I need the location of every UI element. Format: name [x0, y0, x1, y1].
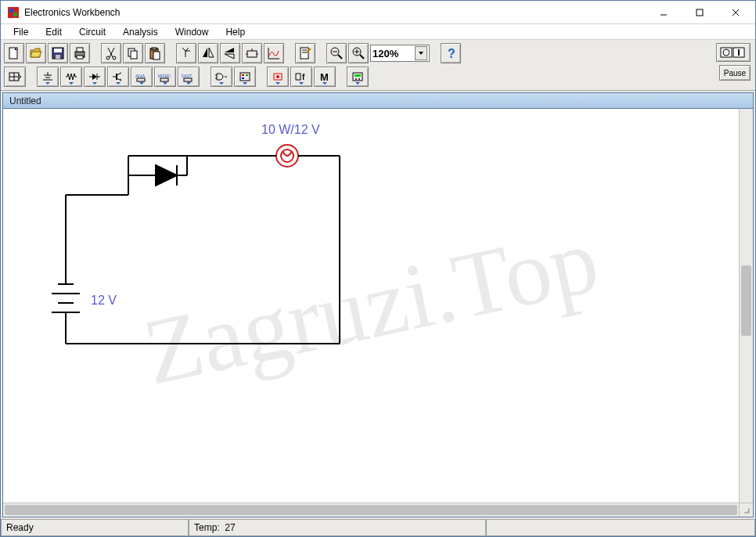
horizontal-scrollbar[interactable] — [3, 503, 739, 517]
svg-rect-69 — [355, 74, 361, 77]
svg-rect-17 — [131, 51, 137, 59]
menubar: File Edit Circuit Analysis Window Help — [1, 24, 755, 40]
analog-ics-button[interactable]: ANA — [131, 67, 153, 87]
menu-window[interactable]: Window — [167, 25, 217, 39]
open-button[interactable] — [26, 43, 46, 63]
svg-text:M: M — [320, 71, 329, 82]
workspace: Untitled Zagruzi.Top — [1, 91, 755, 519]
statusbar: Ready Temp: 27 — [1, 519, 755, 536]
svg-point-14 — [106, 56, 110, 59]
toolbar-row-1: 120% ? — [4, 41, 752, 65]
svg-rect-10 — [56, 55, 60, 59]
menu-edit[interactable]: Edit — [38, 25, 70, 39]
basic-button[interactable] — [60, 67, 82, 87]
close-button[interactable] — [718, 2, 754, 23]
app-window: Electronics Workbench File Edit Circuit … — [0, 0, 756, 537]
status-rest — [486, 520, 755, 536]
pause-button[interactable]: Pause — [719, 65, 751, 81]
svg-rect-21 — [247, 51, 257, 57]
svg-rect-65 — [296, 74, 301, 80]
vertical-scrollbar[interactable] — [739, 109, 753, 503]
rotate-button[interactable] — [176, 43, 196, 63]
titlebar: Electronics Workbench — [1, 1, 755, 24]
copy-button[interactable] — [123, 43, 143, 63]
svg-text:f: f — [302, 73, 305, 81]
svg-rect-13 — [77, 56, 83, 59]
flip-vertical-button[interactable] — [220, 43, 240, 63]
svg-point-71 — [358, 78, 360, 80]
lamp-label: 10 W/12 V — [261, 123, 320, 137]
battery-label: 12 V — [91, 294, 117, 308]
zoom-out-button[interactable] — [326, 43, 347, 63]
svg-line-32 — [360, 55, 364, 59]
toolbar-area: 120% ? ANA MIXED DIGIT f M — [1, 40, 755, 91]
parts-bin-button[interactable] — [4, 67, 26, 87]
svg-rect-4 — [697, 9, 703, 16]
menu-file[interactable]: File — [5, 25, 36, 39]
cut-button[interactable] — [101, 43, 121, 63]
power-switch[interactable] — [716, 43, 751, 62]
svg-text:?: ? — [448, 47, 455, 60]
graph-button[interactable] — [264, 43, 284, 63]
maximize-button[interactable] — [682, 2, 718, 23]
svg-rect-20 — [153, 52, 160, 59]
help-button[interactable]: ? — [441, 43, 461, 63]
svg-rect-19 — [152, 48, 157, 50]
chevron-down-icon — [415, 46, 427, 60]
digital-ics-button[interactable]: DIGIT — [178, 67, 200, 87]
svg-text:DIGIT: DIGIT — [182, 74, 192, 78]
menu-analysis[interactable]: Analysis — [115, 25, 166, 39]
svg-rect-61 — [246, 74, 248, 76]
app-icon — [7, 6, 20, 19]
horizontal-scrollbar-thumb[interactable] — [5, 505, 737, 515]
svg-rect-9 — [54, 49, 62, 52]
controls-button[interactable]: f — [290, 67, 312, 87]
properties-button[interactable] — [295, 43, 315, 63]
misc-button[interactable]: M — [314, 67, 336, 87]
svg-rect-59 — [240, 73, 250, 81]
scroll-corner — [739, 503, 753, 517]
svg-rect-1 — [9, 9, 13, 13]
minimize-button[interactable] — [646, 2, 682, 23]
vertical-scrollbar-thumb[interactable] — [741, 265, 751, 336]
svg-rect-60 — [242, 74, 244, 76]
digital-button[interactable] — [234, 67, 256, 87]
menu-circuit[interactable]: Circuit — [71, 25, 113, 39]
svg-rect-12 — [77, 48, 83, 52]
document-window: Untitled Zagruzi.Top — [2, 92, 754, 517]
window-title: Electronics Workbench — [24, 7, 121, 18]
instruments-button[interactable] — [347, 67, 369, 87]
mixed-ics-button[interactable]: MIXED — [154, 67, 176, 87]
menu-help[interactable]: Help — [218, 25, 253, 39]
svg-point-15 — [113, 56, 116, 59]
svg-rect-25 — [301, 48, 308, 59]
status-temp: Temp: 27 — [189, 520, 486, 536]
svg-text:ANA: ANA — [135, 74, 145, 78]
svg-point-70 — [355, 78, 357, 80]
toolbar-row-2: ANA MIXED DIGIT f M — [4, 65, 752, 88]
zoom-in-button[interactable] — [348, 43, 369, 63]
subcircuit-button[interactable] — [242, 43, 262, 63]
document-titlebar[interactable]: Untitled — [3, 93, 753, 109]
indicators-button[interactable] — [267, 67, 289, 87]
logic-gates-button[interactable] — [211, 67, 232, 87]
zoom-combo[interactable]: 120% — [370, 45, 430, 62]
print-button[interactable] — [70, 43, 90, 63]
new-button[interactable] — [4, 43, 24, 63]
pause-label: Pause — [724, 69, 746, 77]
flip-horizontal-button[interactable] — [198, 43, 218, 63]
transistors-button[interactable] — [107, 67, 129, 87]
svg-text:MIXED: MIXED — [158, 74, 171, 78]
sources-button[interactable] — [37, 67, 59, 87]
svg-rect-62 — [242, 77, 244, 79]
diodes-button[interactable] — [84, 67, 106, 87]
circuit-canvas[interactable]: Zagruzi.Top — [3, 109, 739, 503]
status-ready: Ready — [1, 520, 189, 536]
document-title: Untitled — [9, 96, 41, 106]
paste-button[interactable] — [145, 43, 165, 63]
svg-point-64 — [276, 75, 279, 78]
svg-rect-2 — [13, 13, 17, 16]
zoom-value: 120% — [373, 48, 398, 59]
svg-line-29 — [338, 55, 342, 59]
save-button[interactable] — [48, 43, 68, 63]
